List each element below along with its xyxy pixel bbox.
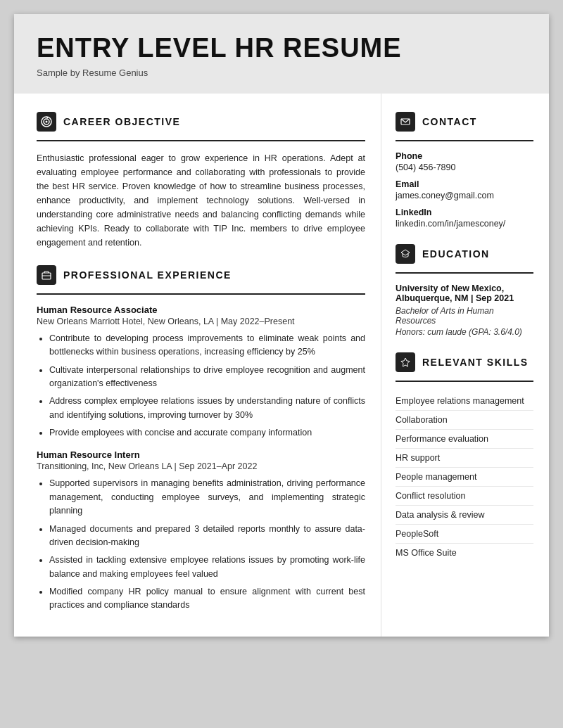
edu-degree: Bachelor of Arts in Human Resources	[396, 306, 533, 326]
job-1-company: New Orleans Marriott Hotel, New Orleans,…	[37, 317, 365, 326]
professional-experience-title: PROFESSIONAL EXPERIENCE	[63, 269, 232, 281]
job-2-bullets: Supported supervisors in managing benefi…	[49, 477, 365, 612]
skill-3: Performance evaluation	[396, 430, 533, 449]
skills-header: RELEVANT SKILLS	[396, 352, 533, 372]
job-2-bullet-1: Supported supervisors in managing benefi…	[49, 477, 365, 518]
resume-title: ENTRY LEVEL HR RESUME	[37, 34, 526, 63]
contact-linkedin-value: linkedin.com/in/jamesconey/	[396, 219, 533, 229]
skill-4: HR support	[396, 449, 533, 468]
resume-wrapper: ENTRY LEVEL HR RESUME Sample by Resume G…	[14, 14, 549, 637]
job-1-bullet-1: Contribute to developing process improve…	[49, 332, 365, 359]
job-2-bullet-4: Modified company HR policy manual to ens…	[49, 585, 365, 613]
edu-institution: University of New Mexico, Albuquerque, N…	[396, 283, 533, 303]
job-1-bullet-4: Provide employees with concise and accur…	[49, 426, 365, 440]
skills-icon	[396, 352, 415, 372]
skill-2: Collaboration	[396, 411, 533, 430]
header-section: ENTRY LEVEL HR RESUME Sample by Resume G…	[14, 14, 549, 94]
body-section: CAREER OBJECTIVE Enthusiastic profession…	[14, 94, 549, 637]
career-objective-header: CAREER OBJECTIVE	[37, 112, 365, 132]
skill-7: Data analysis & review	[396, 506, 533, 525]
job-1-bullet-3: Address complex employee relations issue…	[49, 395, 365, 422]
right-column: CONTACT Phone (504) 456-7890 Email james…	[381, 94, 549, 637]
skills-title: RELEVANT SKILLS	[422, 357, 529, 368]
contact-phone-label: Phone	[396, 151, 533, 161]
skill-9: MS Office Suite	[396, 544, 533, 562]
contact-header: CONTACT	[396, 112, 533, 132]
skills-section: RELEVANT SKILLS Employee relations manag…	[396, 352, 533, 562]
job-2-bullet-2: Managed documents and prepared 3 detaile…	[49, 523, 365, 550]
education-divider	[396, 272, 533, 274]
contact-phone-value: (504) 456-7890	[396, 162, 533, 172]
career-objective-divider	[37, 140, 365, 141]
professional-experience-divider	[37, 293, 365, 295]
job-2-bullet-3: Assisted in tackling extensive employee …	[49, 554, 365, 581]
contact-title: CONTACT	[422, 116, 477, 127]
job-1-bullet-2: Cultivate interpersonal relationships to…	[49, 364, 365, 391]
education-icon	[396, 244, 415, 264]
professional-experience-icon	[37, 265, 56, 285]
edu-honors: Honors: cum laude (GPA: 3.6/4.0)	[396, 327, 533, 337]
skill-5: People management	[396, 468, 533, 487]
education-title: EDUCATION	[422, 248, 490, 260]
contact-email-label: Email	[396, 179, 533, 189]
left-column: CAREER OBJECTIVE Enthusiastic profession…	[14, 94, 381, 637]
career-objective-text: Enthusiastic professional eager to grow …	[37, 151, 365, 250]
skill-1: Employee relations management	[396, 392, 533, 411]
resume-subtitle: Sample by Resume Genius	[37, 68, 526, 78]
education-header: EDUCATION	[396, 244, 533, 264]
job-2-title: Human Resource Intern	[37, 449, 365, 460]
job-1-bullets: Contribute to developing process improve…	[49, 332, 365, 440]
career-objective-title: CAREER OBJECTIVE	[63, 116, 180, 127]
contact-linkedin-label: LinkedIn	[396, 207, 533, 217]
job-2-company: Transitioning, Inc, New Orleans LA | Sep…	[37, 461, 365, 471]
job-1: Human Resource Associate New Orleans Mar…	[37, 305, 365, 440]
job-2: Human Resource Intern Transitioning, Inc…	[37, 449, 365, 612]
skills-divider	[396, 381, 533, 382]
svg-point-2	[46, 120, 48, 122]
education-section: EDUCATION University of New Mexico, Albu…	[396, 244, 533, 337]
job-1-title: Human Resource Associate	[37, 305, 365, 315]
skill-6: Conflict resolution	[396, 487, 533, 506]
contact-email-value: james.coney@gmail.com	[396, 191, 533, 200]
contact-divider	[396, 140, 533, 141]
career-objective-icon	[37, 112, 56, 132]
professional-experience-header: PROFESSIONAL EXPERIENCE	[37, 265, 365, 285]
contact-icon	[396, 112, 415, 132]
skill-8: PeopleSoft	[396, 525, 533, 544]
